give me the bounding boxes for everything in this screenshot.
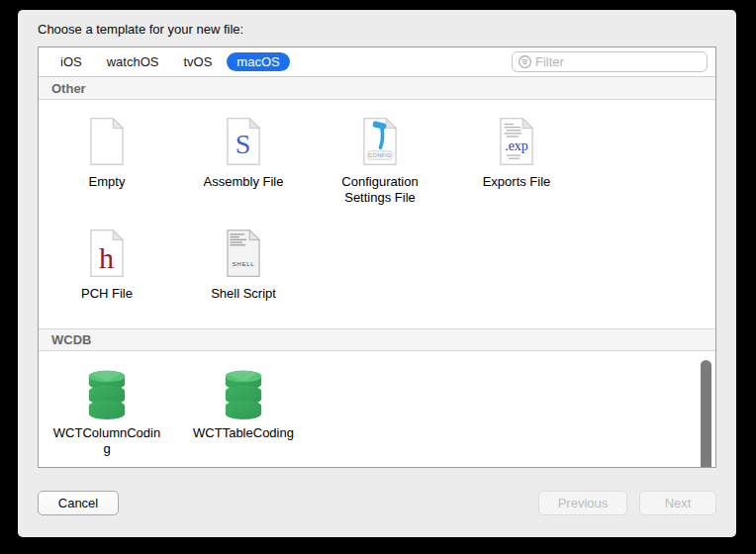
template-label: Shell Script	[211, 286, 276, 302]
database-icon	[81, 365, 133, 420]
blank-document-icon	[81, 114, 133, 169]
template-item[interactable]: SAssembly File	[175, 100, 312, 212]
tab-ios[interactable]: iOS	[50, 52, 92, 71]
cancel-button[interactable]: Cancel	[38, 491, 119, 515]
filter-input[interactable]	[535, 54, 702, 69]
template-grid-wcdb: WCTColumnCodingWCTTableCoding	[39, 351, 715, 468]
template-item[interactable]: WCTColumnCoding	[39, 351, 175, 463]
template-chooser-panel: iOSwatchOStvOSmacOS OtherEmptySAssembly …	[38, 46, 716, 468]
template-item[interactable]: WCTTableCoding	[175, 351, 312, 463]
filter-icon	[518, 54, 532, 69]
svg-text:h: h	[99, 241, 114, 275]
scrollbar-thumb[interactable]	[701, 360, 711, 468]
template-label: PCH File	[81, 286, 133, 302]
section-header-other: Other	[39, 77, 715, 100]
svg-text:CONFIG: CONFIG	[368, 152, 391, 158]
tab-tvos[interactable]: tvOS	[173, 52, 222, 71]
svg-text:.exp: .exp	[505, 138, 528, 153]
platform-tabs: iOSwatchOStvOSmacOS	[50, 52, 295, 71]
template-label: Empty	[89, 174, 126, 190]
previous-button[interactable]: Previous	[538, 491, 627, 515]
template-label: Assembly File	[204, 174, 284, 190]
template-label: Exports File	[483, 174, 551, 190]
tab-macos[interactable]: macOS	[227, 52, 289, 71]
assembly-file-icon: S	[218, 114, 269, 169]
template-label: Configuration Settings File	[325, 174, 436, 206]
pch-file-icon: h	[81, 226, 133, 281]
template-item[interactable]: Empty	[39, 100, 175, 212]
tab-watchos[interactable]: watchOS	[97, 52, 169, 71]
platform-tabbar: iOSwatchOStvOSmacOS	[39, 47, 715, 77]
template-grid-other: EmptySAssembly FileCONFIGConfiguration S…	[39, 100, 715, 328]
template-item[interactable]: CONFIGConfiguration Settings File	[312, 100, 448, 212]
section-header-wcdb: WCDB	[39, 328, 715, 351]
next-button[interactable]: Next	[639, 491, 716, 515]
new-file-template-dialog: Choose a template for your new file: iOS…	[18, 10, 736, 537]
svg-text:SHELL: SHELL	[233, 260, 255, 267]
dialog-title: Choose a template for your new file:	[38, 22, 243, 37]
template-sections: OtherEmptySAssembly FileCONFIGConfigurat…	[39, 77, 715, 468]
template-label: WCTTableCoding	[193, 425, 294, 441]
template-item[interactable]: .expExports File	[448, 100, 585, 212]
exports-file-icon: .exp	[491, 114, 542, 169]
config-settings-file-icon: CONFIG	[354, 114, 406, 169]
filter-field[interactable]	[512, 51, 708, 72]
svg-text:S: S	[236, 129, 251, 159]
template-item[interactable]: hPCH File	[39, 212, 175, 323]
shell-script-icon: SHELL	[218, 226, 269, 281]
template-label: WCTColumnCoding	[51, 425, 163, 457]
database-icon	[218, 365, 269, 420]
template-item[interactable]: SHELLShell Script	[175, 212, 312, 323]
